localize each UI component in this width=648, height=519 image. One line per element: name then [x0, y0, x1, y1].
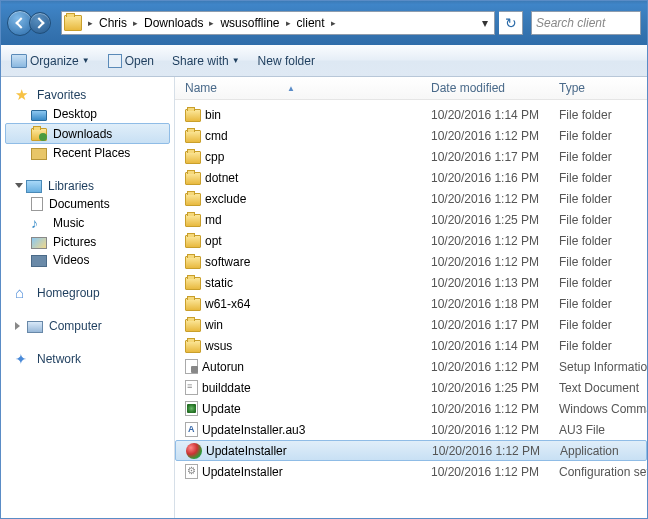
- file-type: Setup Information: [559, 360, 647, 374]
- file-row[interactable]: static10/20/2016 1:13 PMFile folder: [175, 272, 647, 293]
- file-name: md: [205, 213, 222, 227]
- sidebar-item-label: Documents: [49, 197, 110, 211]
- chevron-right-icon[interactable]: ▸: [331, 18, 336, 28]
- file-date: 10/20/2016 1:17 PM: [431, 150, 559, 164]
- organize-button[interactable]: Organize▼: [11, 54, 90, 68]
- nav-buttons: [7, 10, 51, 36]
- file-date: 10/20/2016 1:12 PM: [432, 444, 560, 458]
- file-date: 10/20/2016 1:12 PM: [431, 465, 559, 479]
- file-name: static: [205, 276, 233, 290]
- file-row[interactable]: md10/20/2016 1:25 PMFile folder: [175, 209, 647, 230]
- file-date: 10/20/2016 1:14 PM: [431, 108, 559, 122]
- file-row[interactable]: UpdateInstaller10/20/2016 1:12 PMApplica…: [175, 440, 647, 461]
- breadcrumb-item[interactable]: wsusoffline: [216, 16, 283, 30]
- file-date: 10/20/2016 1:25 PM: [431, 381, 559, 395]
- folder-icon: [185, 172, 201, 185]
- file-type: File folder: [559, 192, 647, 206]
- sidebar-favorites[interactable]: ★Favorites: [1, 85, 174, 105]
- sidebar-item-desktop[interactable]: Desktop: [1, 105, 174, 123]
- expand-icon: [15, 322, 24, 330]
- sidebar-network[interactable]: ✦Network: [1, 349, 174, 369]
- breadcrumb-item[interactable]: Chris: [95, 16, 131, 30]
- sidebar-item-label: Recent Places: [53, 146, 130, 160]
- file-name: exclude: [205, 192, 246, 206]
- file-row[interactable]: UpdateInstaller10/20/2016 1:12 PMConfigu…: [175, 461, 647, 482]
- sidebar-item-documents[interactable]: Documents: [1, 195, 174, 213]
- file-row[interactable]: w61-x6410/20/2016 1:18 PMFile folder: [175, 293, 647, 314]
- ini-icon: [185, 359, 198, 374]
- sidebar-computer[interactable]: Computer: [1, 317, 174, 335]
- file-date: 10/20/2016 1:16 PM: [431, 171, 559, 185]
- file-date: 10/20/2016 1:12 PM: [431, 423, 559, 437]
- file-row[interactable]: Autorun10/20/2016 1:12 PMSetup Informati…: [175, 356, 647, 377]
- folder-icon: [185, 319, 201, 332]
- file-row[interactable]: exclude10/20/2016 1:12 PMFile folder: [175, 188, 647, 209]
- share-button[interactable]: Share with▼: [172, 54, 240, 68]
- file-date: 10/20/2016 1:14 PM: [431, 339, 559, 353]
- libraries-icon: [26, 180, 42, 193]
- sidebar-libraries[interactable]: Libraries: [1, 176, 174, 195]
- file-row[interactable]: Update10/20/2016 1:12 PMWindows Command: [175, 398, 647, 419]
- file-row[interactable]: bin10/20/2016 1:14 PMFile folder: [175, 104, 647, 125]
- desktop-icon: [31, 110, 47, 121]
- file-row[interactable]: UpdateInstaller.au310/20/2016 1:12 PMAU3…: [175, 419, 647, 440]
- file-type: Windows Command: [559, 402, 647, 416]
- file-row[interactable]: cpp10/20/2016 1:17 PMFile folder: [175, 146, 647, 167]
- forward-button[interactable]: [29, 12, 51, 34]
- chevron-right-icon[interactable]: ▸: [209, 18, 214, 28]
- expand-icon: [15, 183, 23, 188]
- sidebar-item-recent[interactable]: Recent Places: [1, 144, 174, 162]
- breadcrumb-item[interactable]: Downloads: [140, 16, 207, 30]
- search-input[interactable]: Search client: [531, 11, 641, 35]
- file-type: File folder: [559, 339, 647, 353]
- address-dropdown-icon[interactable]: ▾: [477, 16, 492, 30]
- open-button[interactable]: Open: [108, 54, 154, 68]
- music-icon: ♪: [31, 215, 47, 231]
- file-name: Autorun: [202, 360, 244, 374]
- sidebar-homegroup[interactable]: ⌂Homegroup: [1, 283, 174, 303]
- chevron-right-icon[interactable]: ▸: [88, 18, 93, 28]
- folder-icon: [185, 298, 201, 311]
- breadcrumb-item[interactable]: client: [293, 16, 329, 30]
- chevron-right-icon[interactable]: ▸: [133, 18, 138, 28]
- file-row[interactable]: cmd10/20/2016 1:12 PMFile folder: [175, 125, 647, 146]
- column-date[interactable]: Date modified: [431, 81, 559, 95]
- new-folder-button[interactable]: New folder: [258, 54, 315, 68]
- chevron-right-icon[interactable]: ▸: [286, 18, 291, 28]
- file-list: bin10/20/2016 1:14 PMFile foldercmd10/20…: [175, 100, 647, 482]
- file-name: Update: [202, 402, 241, 416]
- sidebar-item-pictures[interactable]: Pictures: [1, 233, 174, 251]
- organize-icon: [11, 54, 27, 68]
- file-row[interactable]: dotnet10/20/2016 1:16 PMFile folder: [175, 167, 647, 188]
- folder-icon: [185, 193, 201, 206]
- address-bar[interactable]: ▸ Chris ▸ Downloads ▸ wsusoffline ▸ clie…: [61, 11, 495, 35]
- folder-icon: [185, 130, 201, 143]
- folder-icon: [185, 340, 201, 353]
- folder-icon: [185, 256, 201, 269]
- txt-icon: [185, 380, 198, 395]
- column-type[interactable]: Type: [559, 81, 647, 95]
- file-name: UpdateInstaller: [202, 465, 283, 479]
- file-row[interactable]: software10/20/2016 1:12 PMFile folder: [175, 251, 647, 272]
- file-row[interactable]: opt10/20/2016 1:12 PMFile folder: [175, 230, 647, 251]
- file-date: 10/20/2016 1:12 PM: [431, 402, 559, 416]
- file-type: File folder: [559, 255, 647, 269]
- folder-icon: [185, 109, 201, 122]
- network-icon: ✦: [15, 351, 31, 367]
- share-label: Share with: [172, 54, 229, 68]
- sidebar-item-music[interactable]: ♪Music: [1, 213, 174, 233]
- open-label: Open: [125, 54, 154, 68]
- file-row[interactable]: wsus10/20/2016 1:14 PMFile folder: [175, 335, 647, 356]
- folder-icon: [185, 235, 201, 248]
- network-label: Network: [37, 352, 81, 366]
- file-date: 10/20/2016 1:18 PM: [431, 297, 559, 311]
- file-row[interactable]: builddate10/20/2016 1:25 PMText Document: [175, 377, 647, 398]
- sidebar-item-downloads[interactable]: Downloads: [5, 123, 170, 144]
- reg-icon: [185, 401, 198, 416]
- sidebar-item-videos[interactable]: Videos: [1, 251, 174, 269]
- refresh-button[interactable]: ↻: [499, 11, 523, 35]
- column-name[interactable]: Name▲: [185, 81, 431, 95]
- file-type: Text Document: [559, 381, 647, 395]
- downloads-icon: [31, 128, 47, 141]
- file-row[interactable]: win10/20/2016 1:17 PMFile folder: [175, 314, 647, 335]
